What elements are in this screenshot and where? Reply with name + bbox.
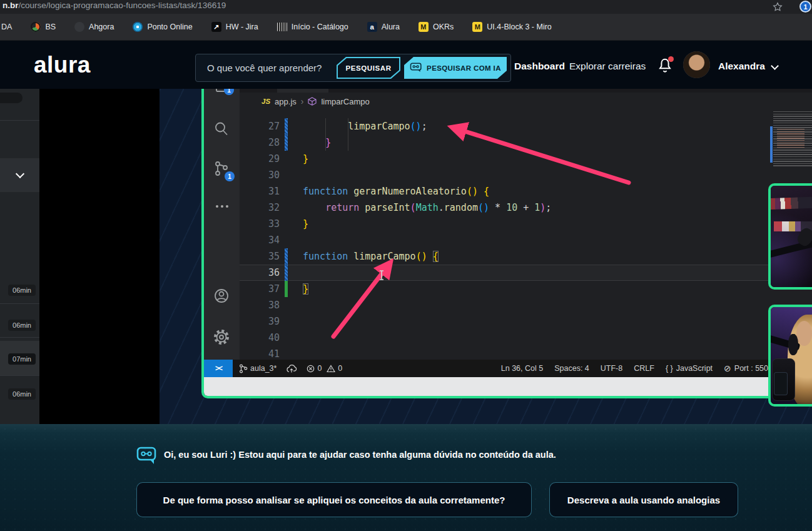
- bookmark-item[interactable]: DA: [1, 23, 12, 31]
- bookmark-star-icon[interactable]: [772, 1, 783, 13]
- code-line-37: 37}: [240, 281, 812, 297]
- nav-dashboard[interactable]: Dashboard: [514, 61, 565, 72]
- account-icon: [213, 287, 230, 305]
- bookmark-label: DA: [1, 23, 12, 31]
- ponto-clock-icon: [133, 22, 143, 32]
- bookmark-label: Ponto Online: [147, 23, 192, 31]
- bookmark-label: UI.4-Block 3 - Miro: [487, 23, 552, 31]
- lesson-duration-badge[interactable]: 06min: [8, 320, 36, 331]
- url-path: /course/logica-programacao-funcoes-lista…: [19, 1, 226, 10]
- code-line-36: 36: [240, 265, 812, 281]
- bookmark-item[interactable]: ↗HW - Jira: [211, 22, 258, 32]
- errors-count: 0: [317, 364, 322, 373]
- code-line-27: 27 limparCampo();: [240, 118, 812, 134]
- user-avatar[interactable]: [683, 51, 710, 78]
- ahgora-circle-icon: [74, 22, 84, 32]
- settings-gear-icon: [213, 328, 230, 346]
- microphone: [788, 334, 798, 355]
- ai-search-button-label: PESQUISAR COM IA: [427, 64, 501, 72]
- user-menu-chevron-icon[interactable]: [771, 62, 779, 70]
- language-item: { }JavaScript: [666, 364, 713, 373]
- sync-cloud-icon: [286, 364, 297, 373]
- alura-logo[interactable]: alura: [34, 52, 91, 78]
- course-sidebar: 06min 06min 07min 06min: [0, 89, 39, 424]
- code-line-38: 38: [240, 297, 812, 313]
- user-name[interactable]: Alexandra: [718, 61, 765, 72]
- url-domain: n.br: [3, 1, 19, 10]
- miro-tile-icon: M: [419, 22, 429, 32]
- sidebar-section-toggle[interactable]: [0, 158, 39, 192]
- sidebar-progress-pill: [0, 93, 23, 103]
- search-button[interactable]: PESQUISAR: [337, 57, 400, 79]
- remote-indicator: ><: [204, 360, 233, 377]
- bookmark-item[interactable]: aAlura: [367, 22, 400, 32]
- bookmark-item[interactable]: MOKRs: [419, 22, 454, 32]
- bookmarks-bar: DABSAhgoraPonto Online↗HW - JiraInício -…: [0, 14, 812, 41]
- gutter-modified-indicator: [285, 134, 288, 151]
- problems-item: 0 0: [307, 364, 342, 373]
- notifications-bell-icon[interactable]: [657, 57, 673, 74]
- instructor-webcam-1: [768, 183, 812, 290]
- branch-icon: [239, 364, 248, 373]
- encoding-item: UTF-8: [601, 364, 622, 373]
- code-line-30: 30: [240, 167, 812, 183]
- chat-icon: [410, 63, 422, 73]
- search-button-label: PESQUISAR: [345, 64, 391, 72]
- git-branch-item: aula_3*: [239, 364, 277, 373]
- breadcrumb-symbol[interactable]: limparCampo: [321, 97, 369, 106]
- code-line-32: 32 return parseInt(Math.random() * 10 + …: [240, 200, 812, 216]
- eol-item: CRLF: [634, 364, 654, 373]
- gutter-modified-indicator: [285, 118, 288, 134]
- warnings-icon: [327, 365, 335, 373]
- browser-url-bar[interactable]: n.br/course/logica-programacao-funcoes-l…: [0, 0, 812, 14]
- breadcrumb-separator: ›: [301, 96, 304, 106]
- lesson-duration-badge[interactable]: 06min: [8, 388, 36, 400]
- luri-suggestion-button-2[interactable]: Descreva a aula usando analogias: [549, 482, 738, 517]
- gutter-modified-indicator: [285, 248, 288, 265]
- errors-icon: [307, 365, 315, 373]
- more-views-icon: [214, 205, 230, 208]
- chevron-down-icon: [15, 169, 24, 178]
- search-input[interactable]: [196, 63, 333, 73]
- code-line-33: 33}: [240, 216, 812, 232]
- vscode-activity-bar: 1 1: [204, 89, 240, 360]
- bs-circle-icon: [31, 22, 41, 32]
- bookmark-item[interactable]: MUI.4-Block 3 - Miro: [472, 22, 552, 32]
- bookmark-item[interactable]: Ahgora: [74, 22, 114, 32]
- code-line-35: 35function limparCampo() {: [240, 248, 812, 265]
- lesson-duration-badge[interactable]: 07min: [8, 353, 36, 365]
- blocked-icon: ⊘: [724, 363, 731, 373]
- vscode-status-bar: >< aula_3* 0 0 Ln 36, Col 5: [204, 360, 812, 377]
- warnings-count: 0: [338, 364, 342, 373]
- screen: n.br/course/logica-programacao-funcoes-l…: [0, 0, 812, 531]
- bookmark-item[interactable]: BS: [31, 22, 56, 32]
- breadcrumb: JS app.js › limparCampo: [261, 94, 370, 109]
- cursor-position-item: Ln 36, Col 5: [501, 364, 543, 373]
- alura-tile-icon: a: [367, 22, 377, 32]
- video-player[interactable]: 06min 06min 07min 06min 1 1: [0, 89, 812, 424]
- bookmark-item[interactable]: Ponto Online: [133, 22, 192, 32]
- nav-explore-careers[interactable]: Explorar carreiras: [569, 61, 646, 72]
- code-lines: 27 limparCampo();28 }29}3031function ger…: [240, 118, 812, 362]
- ai-search-button[interactable]: PESQUISAR COM IA: [404, 57, 507, 79]
- bookmark-label: BS: [45, 23, 56, 31]
- notification-dot: [668, 56, 674, 62]
- code-line-39: 39: [240, 313, 812, 330]
- bookmark-label: OKRs: [433, 23, 454, 31]
- gutter-added-indicator: [285, 281, 288, 297]
- code-line-34: 34: [240, 232, 812, 248]
- branch-label: aula_3*: [250, 364, 277, 373]
- search-panel-icon: [213, 120, 230, 138]
- code-editor: 27 limparCampo();28 }29}3031function ger…: [240, 118, 812, 355]
- bookmark-label: Ahgora: [89, 23, 114, 31]
- minimap: [773, 111, 812, 166]
- shared-screen-taskbar-strip: [204, 377, 812, 396]
- luri-suggestion-button-1[interactable]: De que forma posso analisar se apliquei …: [136, 482, 532, 517]
- lesson-duration-badge[interactable]: 06min: [8, 285, 36, 296]
- indentation-item: Spaces: 4: [554, 364, 589, 373]
- braces-icon: { }: [666, 364, 673, 373]
- breadcrumb-file[interactable]: app.js: [275, 97, 297, 106]
- bookmark-item[interactable]: Início - Catálogo: [277, 23, 348, 31]
- bookmark-label: Início - Catálogo: [292, 23, 348, 31]
- browser-extension-icon[interactable]: 1: [799, 1, 811, 13]
